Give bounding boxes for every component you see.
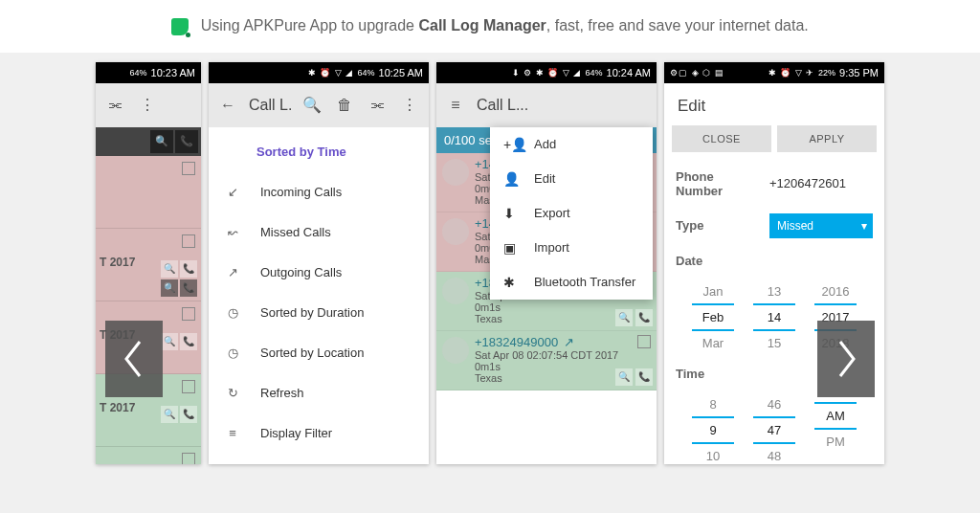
picker-val[interactable]: PM <box>814 430 857 454</box>
banner-prefix: Using APKPure App to upgrade <box>201 17 419 33</box>
checkbox[interactable] <box>182 380 195 393</box>
overflow-menu: +👤Add 👤Edit ⬇Export ▣Import ✱Bluetooth T… <box>490 127 653 300</box>
status-time: 10:24 AM <box>607 67 651 78</box>
picker-selected[interactable]: AM <box>814 402 857 430</box>
phone-value[interactable]: +1206472601 <box>769 176 846 190</box>
more-icon[interactable]: ⋮ <box>398 94 421 117</box>
status-time: 10:25 AM <box>379 67 423 78</box>
checkbox[interactable] <box>182 234 195 248</box>
menu-label: Bluetooth Transfer <box>534 275 635 289</box>
picker-selected[interactable]: Feb <box>692 303 734 331</box>
menu-incoming[interactable]: ↙Incoming Calls <box>209 172 429 212</box>
carousel-next-button[interactable] <box>817 321 875 397</box>
close-button[interactable]: CLOSE <box>672 125 771 152</box>
date-fragment: T 2017 <box>100 401 135 414</box>
search-icon[interactable]: 🔍 <box>615 309 633 326</box>
search-icon[interactable]: 🔍 <box>615 368 633 386</box>
picker-val[interactable]: 15 <box>753 331 795 355</box>
menu-filter[interactable]: ≡Display Filter <box>209 413 429 454</box>
menu-label: Sorted by Location <box>260 346 364 360</box>
picker-val[interactable]: 48 <box>753 444 795 464</box>
menu-sort-duration[interactable]: ◷Sorted by Duration <box>209 293 429 333</box>
menu-add[interactable]: +👤Add <box>490 127 653 162</box>
call-icon[interactable]: 📞 <box>635 368 653 386</box>
picker-val[interactable]: Mar <box>692 331 734 355</box>
menu-label: Refresh <box>260 386 304 400</box>
phone-icon[interactable]: 📞 <box>175 130 198 153</box>
call-icon[interactable]: 📞 <box>635 309 653 326</box>
delete-icon[interactable]: 🗑 <box>333 94 356 117</box>
search-icon[interactable]: 🔍 <box>150 130 173 153</box>
status-icons: ✱ ⏰ ▽ ◢ <box>308 68 354 78</box>
refresh-icon: ↻ <box>224 385 241 402</box>
menu-label: Missed Calls <box>260 225 331 239</box>
clock-icon: ◷ <box>224 345 241 362</box>
battery-pct: 64% <box>586 68 603 78</box>
call-date: Sat Apr 08 02:07:54 CDT 2017 <box>475 349 649 361</box>
menu-import[interactable]: ▣Import <box>490 231 653 265</box>
arrow-in-icon: ↙ <box>224 184 241 201</box>
time-picker[interactable]: 8910 464748 AMPM <box>664 389 884 464</box>
picker-val[interactable]: 13 <box>753 279 795 303</box>
picker-val[interactable]: 46 <box>753 392 795 416</box>
promo-banner: Using APKPure App to upgrade Call Log Ma… <box>0 0 980 53</box>
checkbox[interactable] <box>637 335 651 348</box>
status-icons-left: ⚙▢ ◈ ⬡ ▤ <box>670 68 724 78</box>
menu-label: Export <box>534 206 570 220</box>
app-bar: ≡ Call L... <box>436 83 657 127</box>
avatar-icon <box>442 218 469 245</box>
status-bar: ⬇ ⚙ ✱ ⏰ ▽ ◢ 64% 10:24 AM <box>436 62 657 83</box>
type-value: Missed <box>777 219 813 233</box>
call-row[interactable]: +18324949000 ↗Sat Apr 08 02:07:54 CDT 20… <box>436 331 657 390</box>
battery-pct: 64% <box>358 68 375 78</box>
share-icon[interactable]: ⫘ <box>366 94 389 117</box>
bluetooth-icon: ✱ <box>503 275 521 290</box>
clock-icon: ◷ <box>224 304 241 322</box>
date-fragment: T 2017 <box>100 256 135 269</box>
back-icon[interactable]: ← <box>216 94 239 117</box>
type-label: Type <box>676 218 762 233</box>
screenshot-3: ⬇ ⚙ ✱ ⏰ ▽ ◢ 64% 10:24 AM ≡ Call L... 0/1… <box>436 62 657 464</box>
menu-refresh[interactable]: ↻Refresh <box>209 373 429 413</box>
app-bar: ⫘ ⋮ <box>96 83 201 127</box>
menu-label: Incoming Calls <box>260 185 342 199</box>
search-icon[interactable]: 🔍 <box>301 94 323 117</box>
picker-selected[interactable]: 47 <box>753 416 795 444</box>
app-title: Call L... <box>477 97 649 114</box>
time-label: Time <box>676 367 762 381</box>
menu-edit[interactable]: 👤Edit <box>490 162 653 196</box>
checkbox[interactable] <box>182 453 195 464</box>
menu-sort-location[interactable]: ◷Sorted by Location <box>209 333 429 373</box>
menu-missed[interactable]: ↜Missed Calls <box>209 212 429 253</box>
checkbox[interactable] <box>182 162 195 175</box>
checkbox[interactable] <box>182 307 195 321</box>
avatar-icon <box>442 337 469 364</box>
arrow-out-icon: ↗ <box>224 264 241 281</box>
picker-selected[interactable]: 14 <box>753 303 795 331</box>
menu-icon[interactable]: ≡ <box>444 94 467 117</box>
picker-val[interactable]: 2016 <box>814 279 857 303</box>
menu-section: View Count <box>209 454 429 464</box>
type-select[interactable]: Missed <box>769 213 873 238</box>
picker-val[interactable]: 10 <box>692 444 734 464</box>
menu-header: Sorted by Time <box>209 135 429 172</box>
outgoing-icon: ↗ <box>564 335 574 349</box>
export-icon: ⬇ <box>503 206 521 221</box>
status-icons: ✱ ⏰ ▽ ✈ <box>768 68 815 78</box>
picker-val[interactable]: Jan <box>692 279 734 303</box>
menu-export[interactable]: ⬇Export <box>490 196 653 231</box>
menu-label: Sorted by Duration <box>260 305 364 320</box>
banner-app-name: Call Log Manager <box>418 17 546 33</box>
carousel-prev-button[interactable] <box>105 321 163 397</box>
more-icon[interactable]: ⋮ <box>136 94 159 117</box>
person-icon: 👤 <box>503 171 521 187</box>
picker-val[interactable]: 8 <box>692 392 734 416</box>
menu-outgoing[interactable]: ↗Outgoing Calls <box>209 253 429 293</box>
menu-bluetooth[interactable]: ✱Bluetooth Transfer <box>490 265 653 300</box>
status-time: 9:35 PM <box>839 67 879 78</box>
picker-selected[interactable]: 9 <box>692 416 734 444</box>
share-icon[interactable]: ⫘ <box>103 94 126 117</box>
phone-number: +18324949000 <box>475 335 558 349</box>
date-label: Date <box>676 254 762 268</box>
apply-button[interactable]: APPLY <box>777 125 877 152</box>
